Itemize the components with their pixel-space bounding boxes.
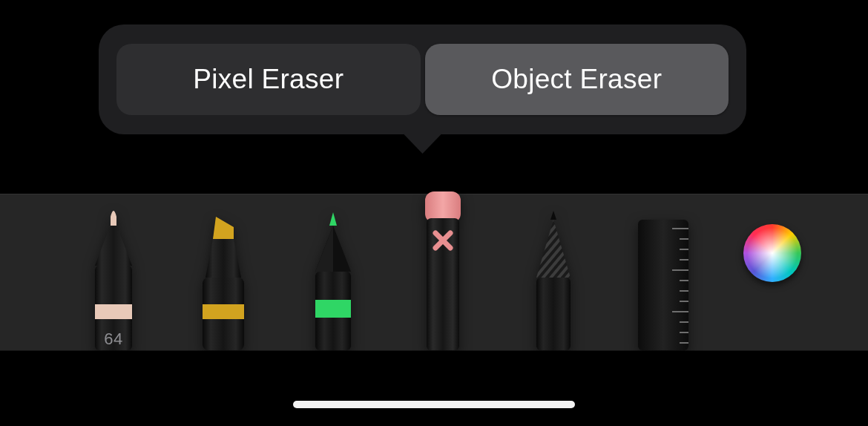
home-indicator[interactable] [293,401,575,408]
eraser-tool[interactable] [413,190,473,350]
pixel-eraser-segment[interactable]: Pixel Eraser [116,44,421,115]
lasso-tool[interactable] [524,206,583,350]
svg-rect-6 [425,191,461,223]
svg-rect-5 [315,300,351,318]
pencil-tool[interactable] [303,206,363,350]
svg-rect-1 [95,304,132,319]
color-picker-button[interactable] [743,224,801,282]
tool-tray: 64 [0,194,868,351]
pen-size-label: 64 [104,330,122,349]
eraser-mode-popover: Pixel Eraser Object Eraser [99,24,746,134]
pen-tool[interactable]: 64 [84,206,143,350]
svg-rect-12 [536,278,571,350]
eraser-mode-segmented-control: Pixel Eraser Object Eraser [116,44,729,115]
marker-tool[interactable] [194,206,253,350]
ruler-tool[interactable] [634,206,693,350]
object-eraser-segment[interactable]: Object Eraser [425,44,729,115]
svg-rect-3 [203,304,244,319]
tool-row: 64 [84,194,801,350]
